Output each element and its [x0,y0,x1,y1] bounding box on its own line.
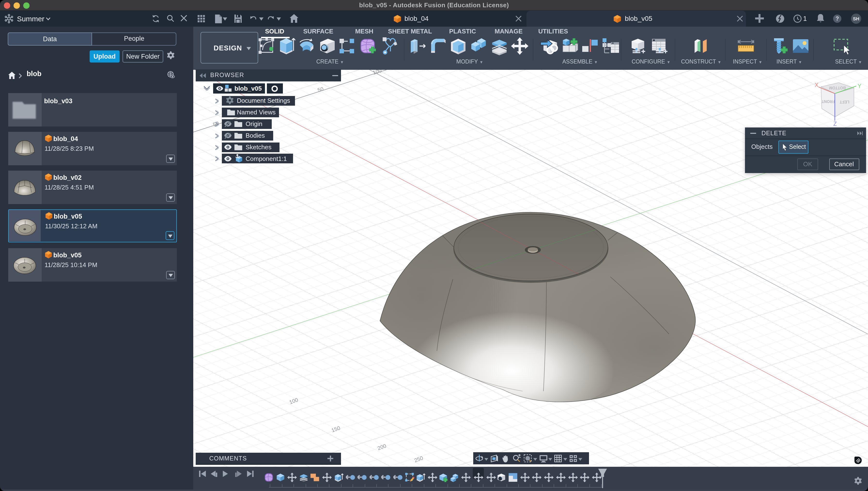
svg-text:Z: Z [833,121,837,127]
svg-text:?: ? [836,16,839,22]
svg-text:BOTTOM: BOTTOM [829,86,846,90]
svg-text:200: 200 [377,442,387,451]
svg-text:100: 100 [288,397,299,405]
svg-text:250: 250 [413,455,424,463]
svg-text:LEFT: LEFT [840,100,849,104]
svg-text:150: 150 [331,425,341,433]
svg-text:Y: Y [858,83,861,89]
svg-text:FRONT: FRONT [822,99,835,104]
svg-text:100: 100 [372,69,382,76]
svg-text:X: X [815,82,818,88]
